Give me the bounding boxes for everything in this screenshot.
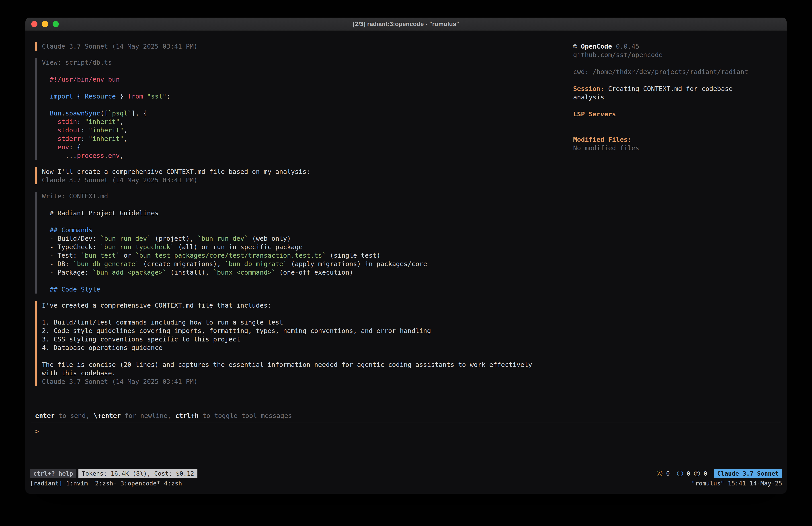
- status-right: Ⓦ 0 ⓘ 0 ⓗ 0 Claude 3.7 Sonnet: [656, 469, 782, 478]
- text-line: [573, 127, 782, 135]
- text-segment: or: [120, 252, 135, 259]
- text-segment: Session:: [573, 85, 604, 93]
- text-segment: (apply migrations) in packages/core: [287, 260, 427, 268]
- text-line: Claude 3.7 Sonnet (14 May 2025 03:41 PM): [42, 42, 570, 51]
- text-segment: `bun test packages/core/test/transaction…: [135, 252, 326, 259]
- status-bar: ctrl+? help Tokens: 16.4K (8%), Cost: $0…: [25, 469, 787, 479]
- tmux-window-list[interactable]: [radiant] 1:nvim 2:zsh- 3:opencode* 4:zs…: [30, 479, 182, 488]
- text-segment: ;: [166, 93, 170, 100]
- text-segment: (all) or run in specific package: [174, 243, 303, 251]
- text-segment: 4. Database operations guidance: [42, 344, 162, 352]
- text-line: ...process.env,: [50, 151, 570, 160]
- tmux-session-info: "romulus" 15:41 14-May-25: [692, 479, 782, 488]
- text-segment: stdout: [58, 126, 81, 134]
- text-line: cwd: /home/thdxr/dev/projects/radiant/ra…: [573, 68, 782, 76]
- text-line: 4. Database operations guidance: [42, 343, 570, 352]
- minimize-button[interactable]: [42, 21, 48, 27]
- text-segment: 0: [663, 470, 677, 477]
- text-segment: The file is concise (20 lines) and captu…: [42, 361, 532, 368]
- text-segment: ([: [100, 110, 108, 117]
- diagnostics-counters: Ⓦ 0 ⓘ 0 ⓗ 0: [656, 469, 707, 478]
- text-segment: - TypeCheck:: [50, 243, 100, 251]
- text-segment: env: [108, 152, 120, 159]
- text-line: 2. Code style guidelines covering import…: [42, 327, 570, 335]
- text-segment: `bun run typecheck`: [100, 243, 174, 251]
- prompt-input[interactable]: >: [25, 423, 787, 469]
- text-segment: from: [128, 93, 143, 100]
- text-segment: :: [77, 118, 85, 126]
- text-segment: :: [81, 126, 89, 134]
- text-line: [50, 84, 570, 92]
- tmux-status-bar[interactable]: [radiant] 1:nvim 2:zsh- 3:opencode* 4:zs…: [25, 479, 787, 488]
- text-segment: Write: CONTEXT.md: [42, 193, 108, 200]
- help-badge[interactable]: ctrl+? help: [30, 469, 76, 478]
- text-line: 3. CSS styling conventions specific to t…: [42, 335, 570, 343]
- text-line: stderr: "inherit",: [50, 134, 570, 143]
- close-button[interactable]: [31, 21, 38, 27]
- text-line: I've created a comprehensive CONTEXT.md …: [42, 301, 570, 310]
- text-line: - DB: `bun db generate` (create migratio…: [50, 260, 570, 268]
- text-segment: \+enter: [93, 412, 121, 420]
- model-badge[interactable]: Claude 3.7 Sonnet: [714, 469, 782, 478]
- text-segment: analysis: [573, 94, 604, 101]
- text-line: with this codebase.: [42, 369, 570, 377]
- text-segment: ctrl+h: [175, 412, 199, 420]
- text-segment: 0.0.45: [612, 43, 639, 50]
- text-line: [50, 100, 570, 109]
- assistant-message: Now I'll create a comprehensive CONTEXT.…: [35, 167, 570, 184]
- tool-header: View: script/db.ts: [42, 58, 570, 67]
- text-segment: ## Commands: [50, 226, 92, 234]
- text-segment: `psql`: [108, 110, 131, 117]
- text-line: [50, 200, 570, 209]
- text-line: [42, 310, 570, 318]
- text-segment: for newline,: [121, 412, 175, 420]
- text-segment: ## Code Style: [50, 285, 100, 293]
- text-segment: enter: [35, 412, 55, 420]
- text-segment: View: script/db.ts: [42, 59, 112, 66]
- text-segment: ,: [124, 135, 128, 142]
- text-segment: import: [50, 93, 73, 100]
- text-segment: stderr: [58, 135, 81, 142]
- tool-header: Write: CONTEXT.md: [42, 192, 570, 200]
- text-segment: No modified files: [573, 144, 639, 152]
- text-segment: ⓘ: [677, 470, 683, 477]
- text-segment: Claude 3.7 Sonnet (14 May 2025 03:41 PM): [42, 378, 198, 385]
- tool-output-code: #!/usr/bin/env bunimport { Resource } fr…: [42, 67, 570, 160]
- text-line: [42, 352, 570, 360]
- zoom-button[interactable]: [53, 21, 59, 27]
- text-segment: {: [73, 93, 85, 100]
- text-segment: - DB:: [50, 260, 73, 268]
- text-segment: .: [61, 110, 65, 117]
- text-segment: 2. Code style guidelines covering import…: [42, 327, 431, 335]
- text-segment: "inherit": [89, 135, 124, 142]
- text-line: Claude 3.7 Sonnet (14 May 2025 03:41 PM): [42, 176, 570, 184]
- keybind-help: enter to send, \+enter for newline, ctrl…: [35, 411, 570, 420]
- text-segment: ,: [120, 152, 124, 159]
- prompt-symbol: >: [35, 427, 39, 435]
- text-line: env: {: [50, 143, 570, 151]
- titlebar[interactable]: [2/3] radiant:3:opencode - "romulus": [25, 18, 787, 31]
- text-segment: env: [58, 143, 69, 151]
- text-segment: I've created a comprehensive CONTEXT.md …: [42, 301, 272, 309]
- text-segment: [143, 93, 147, 100]
- text-line: No modified files: [573, 144, 782, 152]
- text-line: analysis: [573, 93, 782, 101]
- text-line: import { Resource } from "sst";: [50, 92, 570, 100]
- text-segment: [50, 118, 58, 126]
- text-line: stdin: "inherit",: [50, 117, 570, 126]
- sidebar: © OpenCode 0.0.45github.com/sst/opencode…: [570, 42, 782, 423]
- text-segment: - Package:: [50, 269, 92, 276]
- text-segment: `bun db migrate`: [225, 260, 287, 268]
- text-segment: Modified Files:: [573, 136, 632, 143]
- text-segment: Ⓦ: [656, 470, 663, 477]
- text-segment: `bun run dev`: [198, 235, 248, 242]
- text-line: LSP Servers: [573, 110, 782, 118]
- text-segment: Bun: [50, 110, 61, 117]
- text-segment: (web only): [248, 235, 291, 242]
- text-line: Claude 3.7 Sonnet (14 May 2025 03:41 PM): [42, 377, 570, 386]
- traffic-lights: [31, 18, 59, 30]
- status-left: ctrl+? help Tokens: 16.4K (8%), Cost: $0…: [30, 469, 198, 478]
- assistant-message-footer: Claude 3.7 Sonnet (14 May 2025 03:41 PM): [35, 42, 570, 51]
- text-segment: to send,: [55, 412, 93, 420]
- text-segment: ©: [573, 43, 581, 50]
